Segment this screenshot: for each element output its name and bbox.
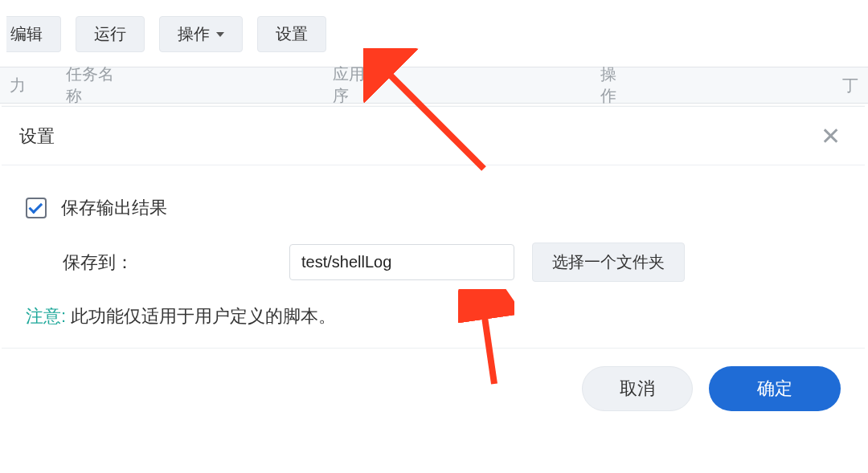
dialog-footer: 取消 确定 xyxy=(2,348,865,416)
table-header-row: 力 任务名称 应用程序 操作 丁 xyxy=(0,67,868,104)
caret-down-icon xyxy=(216,32,224,37)
toolbar-edit-button[interactable]: 编辑 xyxy=(6,16,61,52)
save-to-input[interactable] xyxy=(289,244,514,280)
toolbar-settings-button[interactable]: 设置 xyxy=(257,16,326,52)
save-output-checkbox[interactable] xyxy=(26,198,47,218)
choose-folder-button[interactable]: 选择一个文件夹 xyxy=(532,243,685,282)
table-col-task-name: 任务名称 xyxy=(66,63,116,107)
note-body: 此功能仅适用于用户定义的脚本。 xyxy=(66,306,336,326)
ok-label: 确定 xyxy=(757,378,792,398)
toolbar-settings-label: 设置 xyxy=(276,23,308,45)
choose-folder-label: 选择一个文件夹 xyxy=(552,253,665,271)
toolbar: 编辑 运行 操作 设置 xyxy=(0,0,868,67)
toolbar-actions-dropdown[interactable]: 操作 xyxy=(159,16,243,52)
settings-dialog: 设置 ✕ 保存输出结果 保存到： 选择一个文件夹 注意: 此功能仅适用于用户定义… xyxy=(2,106,865,416)
toolbar-actions-label: 操作 xyxy=(178,23,210,45)
table-col-operate: 操作 xyxy=(600,63,625,107)
save-to-row: 保存到： 选择一个文件夹 xyxy=(26,243,841,282)
dialog-body: 保存输出结果 保存到： 选择一个文件夹 注意: 此功能仅适用于用户定义的脚本。 xyxy=(2,165,865,348)
note-text-line: 注意: 此功能仅适用于用户定义的脚本。 xyxy=(26,304,841,328)
toolbar-run-button[interactable]: 运行 xyxy=(76,16,145,52)
cancel-button[interactable]: 取消 xyxy=(582,366,693,411)
note-prefix: 注意: xyxy=(26,306,66,326)
table-col-enabled-partial: 力 xyxy=(10,75,26,96)
table-col-application: 应用程序 xyxy=(333,63,383,107)
table-col-right-edge: 丁 xyxy=(842,75,858,96)
dialog-header: 设置 ✕ xyxy=(2,107,865,165)
save-output-row: 保存输出结果 xyxy=(26,196,841,220)
toolbar-run-label: 运行 xyxy=(94,23,126,45)
save-to-label: 保存到： xyxy=(63,251,272,275)
save-output-label: 保存输出结果 xyxy=(61,196,167,220)
close-icon[interactable]: ✕ xyxy=(821,124,841,149)
cancel-label: 取消 xyxy=(620,378,655,398)
check-icon xyxy=(28,199,43,214)
toolbar-edit-label: 编辑 xyxy=(10,23,43,45)
ok-button[interactable]: 确定 xyxy=(709,366,841,411)
dialog-title: 设置 xyxy=(19,124,55,149)
